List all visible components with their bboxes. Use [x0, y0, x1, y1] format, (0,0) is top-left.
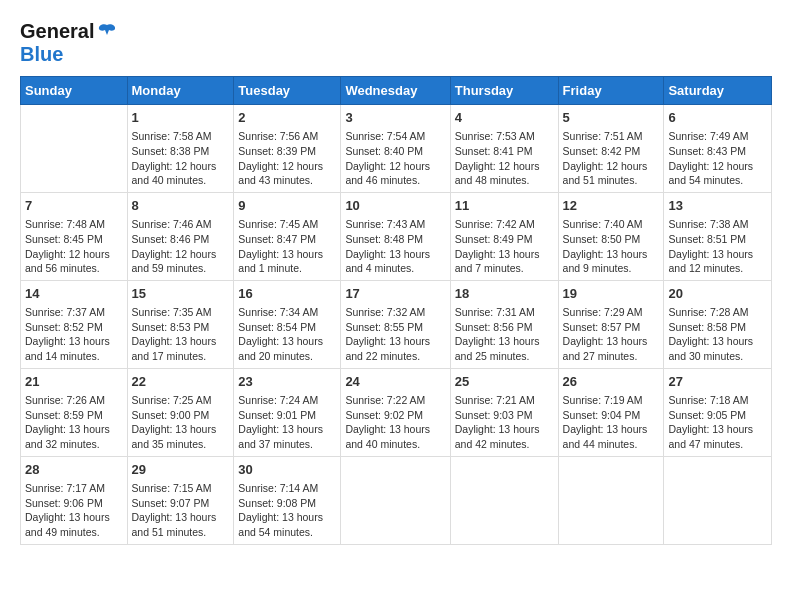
calendar-cell: 10Sunrise: 7:43 AMSunset: 8:48 PMDayligh… [341, 192, 450, 280]
week-row-2: 14Sunrise: 7:37 AMSunset: 8:52 PMDayligh… [21, 280, 772, 368]
day-number: 14 [25, 285, 123, 303]
header: General Blue [20, 20, 772, 66]
header-row: SundayMondayTuesdayWednesdayThursdayFrid… [21, 77, 772, 105]
sunrise-text: Sunrise: 7:19 AM [563, 393, 660, 408]
day-number: 22 [132, 373, 230, 391]
sunset-text: Sunset: 8:53 PM [132, 320, 230, 335]
logo: General Blue [20, 20, 119, 66]
sunset-text: Sunset: 9:05 PM [668, 408, 767, 423]
calendar-cell: 28Sunrise: 7:17 AMSunset: 9:06 PMDayligh… [21, 456, 128, 544]
daylight-text: Daylight: 13 hours and 44 minutes. [563, 422, 660, 451]
calendar-cell: 21Sunrise: 7:26 AMSunset: 8:59 PMDayligh… [21, 368, 128, 456]
day-number: 4 [455, 109, 554, 127]
day-number: 7 [25, 197, 123, 215]
cell-details: Sunrise: 7:28 AMSunset: 8:58 PMDaylight:… [668, 305, 767, 364]
sunset-text: Sunset: 8:45 PM [25, 232, 123, 247]
day-number: 18 [455, 285, 554, 303]
day-number: 20 [668, 285, 767, 303]
calendar-cell: 26Sunrise: 7:19 AMSunset: 9:04 PMDayligh… [558, 368, 664, 456]
col-header-wednesday: Wednesday [341, 77, 450, 105]
col-header-tuesday: Tuesday [234, 77, 341, 105]
sunrise-text: Sunrise: 7:21 AM [455, 393, 554, 408]
cell-details: Sunrise: 7:22 AMSunset: 9:02 PMDaylight:… [345, 393, 445, 452]
calendar-cell: 3Sunrise: 7:54 AMSunset: 8:40 PMDaylight… [341, 105, 450, 193]
daylight-text: Daylight: 13 hours and 27 minutes. [563, 334, 660, 363]
cell-details: Sunrise: 7:31 AMSunset: 8:56 PMDaylight:… [455, 305, 554, 364]
sunrise-text: Sunrise: 7:46 AM [132, 217, 230, 232]
cell-details: Sunrise: 7:32 AMSunset: 8:55 PMDaylight:… [345, 305, 445, 364]
sunset-text: Sunset: 8:55 PM [345, 320, 445, 335]
calendar-cell: 25Sunrise: 7:21 AMSunset: 9:03 PMDayligh… [450, 368, 558, 456]
col-header-thursday: Thursday [450, 77, 558, 105]
calendar-cell: 2Sunrise: 7:56 AMSunset: 8:39 PMDaylight… [234, 105, 341, 193]
sunrise-text: Sunrise: 7:38 AM [668, 217, 767, 232]
calendar-cell: 1Sunrise: 7:58 AMSunset: 8:38 PMDaylight… [127, 105, 234, 193]
sunrise-text: Sunrise: 7:53 AM [455, 129, 554, 144]
sunset-text: Sunset: 8:43 PM [668, 144, 767, 159]
daylight-text: Daylight: 13 hours and 37 minutes. [238, 422, 336, 451]
cell-details: Sunrise: 7:25 AMSunset: 9:00 PMDaylight:… [132, 393, 230, 452]
calendar-cell: 5Sunrise: 7:51 AMSunset: 8:42 PMDaylight… [558, 105, 664, 193]
logo-bird-icon [96, 21, 118, 43]
day-number: 23 [238, 373, 336, 391]
day-number: 24 [345, 373, 445, 391]
col-header-saturday: Saturday [664, 77, 772, 105]
sunset-text: Sunset: 8:40 PM [345, 144, 445, 159]
daylight-text: Daylight: 13 hours and 47 minutes. [668, 422, 767, 451]
cell-details: Sunrise: 7:29 AMSunset: 8:57 PMDaylight:… [563, 305, 660, 364]
day-number: 1 [132, 109, 230, 127]
cell-details: Sunrise: 7:35 AMSunset: 8:53 PMDaylight:… [132, 305, 230, 364]
col-header-friday: Friday [558, 77, 664, 105]
sunrise-text: Sunrise: 7:18 AM [668, 393, 767, 408]
sunset-text: Sunset: 8:56 PM [455, 320, 554, 335]
sunrise-text: Sunrise: 7:31 AM [455, 305, 554, 320]
logo-general-text: General [20, 20, 94, 43]
cell-details: Sunrise: 7:56 AMSunset: 8:39 PMDaylight:… [238, 129, 336, 188]
cell-details: Sunrise: 7:43 AMSunset: 8:48 PMDaylight:… [345, 217, 445, 276]
sunset-text: Sunset: 8:51 PM [668, 232, 767, 247]
week-row-4: 28Sunrise: 7:17 AMSunset: 9:06 PMDayligh… [21, 456, 772, 544]
daylight-text: Daylight: 12 hours and 48 minutes. [455, 159, 554, 188]
calendar-cell [664, 456, 772, 544]
cell-details: Sunrise: 7:45 AMSunset: 8:47 PMDaylight:… [238, 217, 336, 276]
daylight-text: Daylight: 13 hours and 30 minutes. [668, 334, 767, 363]
calendar-cell: 8Sunrise: 7:46 AMSunset: 8:46 PMDaylight… [127, 192, 234, 280]
calendar-cell: 20Sunrise: 7:28 AMSunset: 8:58 PMDayligh… [664, 280, 772, 368]
calendar-cell: 22Sunrise: 7:25 AMSunset: 9:00 PMDayligh… [127, 368, 234, 456]
calendar-cell: 11Sunrise: 7:42 AMSunset: 8:49 PMDayligh… [450, 192, 558, 280]
sunrise-text: Sunrise: 7:58 AM [132, 129, 230, 144]
day-number: 19 [563, 285, 660, 303]
cell-details: Sunrise: 7:15 AMSunset: 9:07 PMDaylight:… [132, 481, 230, 540]
daylight-text: Daylight: 13 hours and 17 minutes. [132, 334, 230, 363]
sunset-text: Sunset: 9:04 PM [563, 408, 660, 423]
day-number: 27 [668, 373, 767, 391]
sunrise-text: Sunrise: 7:32 AM [345, 305, 445, 320]
day-number: 13 [668, 197, 767, 215]
day-number: 11 [455, 197, 554, 215]
day-number: 8 [132, 197, 230, 215]
daylight-text: Daylight: 12 hours and 43 minutes. [238, 159, 336, 188]
daylight-text: Daylight: 12 hours and 46 minutes. [345, 159, 445, 188]
sunrise-text: Sunrise: 7:49 AM [668, 129, 767, 144]
calendar-cell: 14Sunrise: 7:37 AMSunset: 8:52 PMDayligh… [21, 280, 128, 368]
daylight-text: Daylight: 13 hours and 14 minutes. [25, 334, 123, 363]
day-number: 17 [345, 285, 445, 303]
cell-details: Sunrise: 7:54 AMSunset: 8:40 PMDaylight:… [345, 129, 445, 188]
col-header-monday: Monday [127, 77, 234, 105]
cell-details: Sunrise: 7:51 AMSunset: 8:42 PMDaylight:… [563, 129, 660, 188]
sunrise-text: Sunrise: 7:42 AM [455, 217, 554, 232]
calendar-cell: 23Sunrise: 7:24 AMSunset: 9:01 PMDayligh… [234, 368, 341, 456]
cell-details: Sunrise: 7:34 AMSunset: 8:54 PMDaylight:… [238, 305, 336, 364]
day-number: 2 [238, 109, 336, 127]
sunrise-text: Sunrise: 7:43 AM [345, 217, 445, 232]
sunset-text: Sunset: 8:58 PM [668, 320, 767, 335]
daylight-text: Daylight: 13 hours and 35 minutes. [132, 422, 230, 451]
cell-details: Sunrise: 7:14 AMSunset: 9:08 PMDaylight:… [238, 481, 336, 540]
cell-details: Sunrise: 7:24 AMSunset: 9:01 PMDaylight:… [238, 393, 336, 452]
cell-details: Sunrise: 7:19 AMSunset: 9:04 PMDaylight:… [563, 393, 660, 452]
sunrise-text: Sunrise: 7:40 AM [563, 217, 660, 232]
calendar-cell: 17Sunrise: 7:32 AMSunset: 8:55 PMDayligh… [341, 280, 450, 368]
calendar-cell: 29Sunrise: 7:15 AMSunset: 9:07 PMDayligh… [127, 456, 234, 544]
cell-details: Sunrise: 7:49 AMSunset: 8:43 PMDaylight:… [668, 129, 767, 188]
calendar-cell: 12Sunrise: 7:40 AMSunset: 8:50 PMDayligh… [558, 192, 664, 280]
